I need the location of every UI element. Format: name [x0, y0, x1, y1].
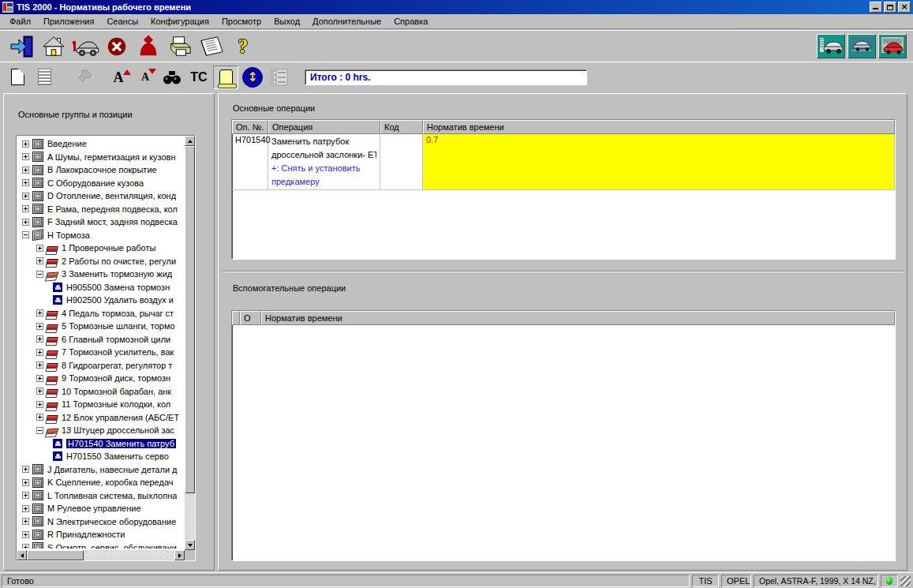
tree-item-h3[interactable]: 3 Заменить тормозную жид: [18, 268, 183, 281]
expand-icon[interactable]: [36, 401, 43, 408]
collapse-icon[interactable]: [22, 231, 29, 238]
time-cell-highlighted[interactable]: 0.7: [423, 134, 895, 190]
tree-item-h905500[interactable]: H905500 Замена тормозн: [18, 281, 183, 294]
expand-icon[interactable]: [36, 361, 43, 369]
print-button[interactable]: [164, 32, 196, 61]
menu-file[interactable]: Файл: [3, 15, 37, 28]
vertical-scroll-thumb[interactable]: [185, 146, 195, 493]
tree-item-h701540[interactable]: H701540 Заменить патруб: [18, 437, 183, 451]
expand-icon[interactable]: [22, 205, 29, 212]
resize-grip[interactable]: [900, 576, 911, 586]
showroom-car-button[interactable]: [817, 34, 845, 58]
new-document-button[interactable]: [5, 66, 30, 89]
expand-icon[interactable]: [22, 219, 29, 226]
stamp-button[interactable]: [73, 66, 98, 89]
tree-item-group-k[interactable]: K Сцепление, коробка передач: [18, 476, 183, 489]
tree-item-group-f[interactable]: F Задний мост, задняя подвеска: [18, 215, 183, 229]
tree-vertical-scrollbar[interactable]: [185, 136, 195, 550]
tree-item-h5[interactable]: 5 Тормозные шланги, тормо: [18, 320, 183, 333]
tree-item-group-l[interactable]: L Топливная система, выхлопна: [18, 489, 183, 503]
menu-help[interactable]: Справка: [387, 15, 434, 28]
vehicle-service-button[interactable]: [69, 32, 101, 61]
expand-icon[interactable]: [36, 414, 43, 421]
tree-item-h8[interactable]: 8 Гидроагрегат, регулятор т: [18, 359, 183, 373]
tree-item-group-j[interactable]: J Двигатель, навесные детали д: [18, 463, 183, 477]
expand-icon[interactable]: [36, 323, 43, 330]
tree-item-h9[interactable]: 9 Тормозной диск, тормозн: [18, 372, 183, 385]
menu-configuration[interactable]: Конфигурация: [144, 15, 215, 28]
menu-sessions[interactable]: Сеансы: [100, 15, 144, 28]
expand-icon[interactable]: [36, 375, 43, 382]
exit-button[interactable]: [6, 32, 38, 61]
tree-item-h6[interactable]: 6 Главный тормозной цили: [18, 333, 183, 346]
expand-icon[interactable]: [36, 335, 43, 343]
expand-icon[interactable]: [36, 245, 43, 252]
menu-applications[interactable]: Приложения: [37, 15, 100, 28]
expand-icon[interactable]: [22, 466, 29, 473]
maximize-button[interactable]: [884, 2, 896, 13]
tree-item-h10[interactable]: 10 Тормозной барабан, анк: [18, 385, 183, 399]
expand-icon[interactable]: [22, 193, 29, 200]
tree-item-group-r[interactable]: R Принадлежности: [18, 528, 183, 541]
expand-icon[interactable]: [36, 309, 43, 316]
tree-item-h902500[interactable]: H902500 Удалить воздух и: [18, 294, 183, 307]
menu-exit[interactable]: Выход: [268, 15, 306, 28]
menu-view[interactable]: Просмотр: [215, 15, 268, 28]
horizontal-scroll-thumb[interactable]: [27, 550, 84, 560]
tree-item-group-n[interactable]: N Электрическое оборудование: [18, 515, 183, 529]
red-car-button[interactable]: [878, 34, 907, 58]
home-button[interactable]: [38, 32, 69, 61]
tree-item-introduction[interactable]: Введение: [18, 137, 183, 151]
car-lift-button[interactable]: [848, 34, 876, 58]
expand-icon[interactable]: [22, 479, 29, 486]
scroll-left-button[interactable]: [17, 550, 27, 560]
tree-item-group-b[interactable]: B Лакокрасочное покрытие: [18, 163, 183, 177]
scroll-up-button[interactable]: [185, 136, 195, 146]
tree-item-h2[interactable]: 2 Работы по очистке, регули: [18, 255, 183, 268]
document-list-button[interactable]: [32, 66, 57, 89]
expand-icon[interactable]: [36, 349, 43, 356]
tree-item-group-c[interactable]: C Оборудование кузова: [18, 177, 183, 190]
tree-item-h1[interactable]: 1 Проверочные работы: [18, 242, 183, 255]
expand-icon[interactable]: [22, 544, 29, 549]
tree-item-group-h[interactable]: H Тормоза: [18, 229, 183, 242]
font-larger-button[interactable]: A: [106, 66, 131, 89]
close-button[interactable]: ×: [898, 2, 911, 13]
help-button[interactable]: ?: [227, 32, 259, 61]
cancel-button[interactable]: [101, 32, 133, 61]
tree-item-group-d[interactable]: D Отопление, вентиляция, конд: [18, 189, 183, 203]
tree-item-h12[interactable]: 12 Блок управления (АБС/ЕТ: [18, 411, 183, 425]
tc-codes-button[interactable]: TC: [186, 66, 211, 89]
find-button[interactable]: [159, 66, 185, 89]
highlight-button[interactable]: [213, 66, 238, 89]
collapse-icon[interactable]: [36, 427, 43, 434]
expand-icon[interactable]: [22, 153, 29, 160]
tree-item-h13[interactable]: 13 Штуцер дроссельной зас: [18, 424, 183, 437]
expand-icon[interactable]: [36, 388, 43, 395]
total-hours-field[interactable]: Итого : 0 hrs.: [305, 69, 587, 85]
operation-link[interactable]: предкамеру: [271, 175, 376, 189]
scroll-right-button[interactable]: [174, 550, 185, 560]
font-smaller-button[interactable]: A: [133, 66, 158, 89]
tree-item-h7[interactable]: 7 Тормозной усилитель, вак: [18, 346, 183, 359]
expand-icon[interactable]: [22, 167, 29, 174]
minimize-button[interactable]: [870, 2, 882, 13]
details-button[interactable]: [267, 66, 292, 89]
operation-link[interactable]: +: Снять и установить: [271, 162, 376, 175]
tree-item-group-e[interactable]: E Рама, передняя подвеска, кол: [18, 203, 183, 216]
tree-horizontal-scrollbar[interactable]: [17, 550, 185, 560]
swap-updown-button[interactable]: ↕: [240, 66, 265, 89]
expand-icon[interactable]: [22, 531, 29, 538]
operation-row[interactable]: H701540 Заменить патрубок дроссельной за…: [232, 134, 895, 190]
expand-icon[interactable]: [36, 257, 43, 264]
customer-button[interactable]: [133, 32, 164, 61]
catalog-button[interactable]: [196, 32, 227, 61]
tree-item-group-a[interactable]: A Шумы, герметизация и кузовн: [18, 151, 183, 164]
expand-icon[interactable]: [22, 518, 29, 525]
scroll-down-button[interactable]: [185, 540, 195, 550]
collapse-icon[interactable]: [36, 271, 43, 278]
menu-additional[interactable]: Дополнительные: [306, 15, 387, 28]
expand-icon[interactable]: [22, 140, 29, 148]
tree-item-h4[interactable]: 4 Педаль тормоза, рычаг ст: [18, 307, 183, 320]
expand-icon[interactable]: [22, 179, 29, 186]
